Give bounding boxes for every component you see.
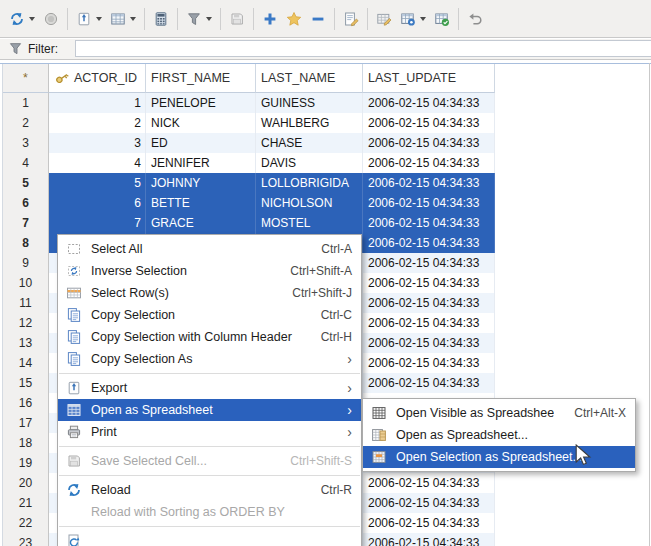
menu-item-open-selection-as-spreadsheet[interactable]: Open Selection as Spreadsheet...: [363, 446, 635, 468]
row-number-cell[interactable]: 7: [3, 213, 49, 233]
cell-first-name[interactable]: BETTE: [146, 193, 256, 213]
menu-item-open-as-spreadsheet[interactable]: Open as Spreadsheet›: [58, 399, 361, 421]
cell-last-name[interactable]: LOLLOBRIGIDA: [256, 173, 363, 193]
row-number-cell[interactable]: 3: [3, 133, 49, 153]
edit-document-button[interactable]: [339, 6, 363, 32]
cell-last-update[interactable]: 2006-02-15 04:34:33: [363, 213, 495, 233]
cell-last-update[interactable]: 2006-02-15 04:34:33: [363, 173, 495, 193]
cell-last-update[interactable]: 2006-02-15 04:34:33: [363, 93, 495, 113]
cell-last-name[interactable]: NICHOLSON: [256, 193, 363, 213]
column-header-first-name[interactable]: FIRST_NAME: [146, 64, 256, 93]
menu-item-copy-selection[interactable]: Copy SelectionCtrl-C: [58, 304, 361, 326]
cell-last-update[interactable]: 2006-02-15 04:34:33: [363, 133, 495, 153]
column-header-last-update[interactable]: LAST_UPDATE: [363, 64, 495, 93]
row-number-cell[interactable]: 20: [3, 473, 49, 493]
cell-last-update[interactable]: 2006-02-15 04:34:33: [363, 233, 495, 253]
menu-item-open-visible-as-spreadsheet[interactable]: Open Visible as Spreadsheet...Ctrl+Alt-X: [363, 402, 635, 424]
row-number-cell[interactable]: 22: [3, 513, 49, 533]
row-number-cell[interactable]: 4: [3, 153, 49, 173]
cell-last-name[interactable]: CHASE: [256, 133, 363, 153]
row-number-cell[interactable]: 12: [3, 313, 49, 333]
cell-first-name[interactable]: GRACE: [146, 213, 256, 233]
row-number-cell[interactable]: 15: [3, 373, 49, 393]
cell-last-update[interactable]: 2006-02-15 04:34:33: [363, 253, 495, 273]
row-number-cell[interactable]: 21: [3, 493, 49, 513]
menu-item-print[interactable]: Print›: [58, 421, 361, 443]
cell-last-update[interactable]: 2006-02-15 04:34:33: [363, 533, 495, 546]
cell-last-update[interactable]: 2006-02-15 04:34:33: [363, 513, 495, 533]
row-number-cell[interactable]: 1: [3, 93, 49, 113]
filters-button[interactable]: [182, 6, 216, 32]
grid-settings-button[interactable]: [396, 6, 430, 32]
menu-item-open-as-spreadsheet[interactable]: Open as Spreadsheet...: [363, 424, 635, 446]
cell-last-name[interactable]: DAVIS: [256, 153, 363, 173]
row-number-cell[interactable]: 14: [3, 353, 49, 373]
cell-last-update[interactable]: 2006-02-15 04:34:33: [363, 493, 495, 513]
row-number-cell[interactable]: 16: [3, 393, 49, 413]
cell-actor-id[interactable]: 1: [49, 93, 146, 113]
row-number-cell[interactable]: 5: [3, 173, 49, 193]
add-row-button[interactable]: [258, 6, 282, 32]
cell-last-update[interactable]: 2006-02-15 04:34:33: [363, 113, 495, 133]
menu-item-select-all[interactable]: Select AllCtrl-A: [58, 238, 361, 260]
favorite-button[interactable]: [282, 6, 306, 32]
cell-last-name[interactable]: MOSTEL: [256, 213, 363, 233]
calculate-button[interactable]: [149, 6, 173, 32]
dropdown-caret-icon[interactable]: [130, 17, 136, 21]
cell-last-update[interactable]: 2006-02-15 04:34:33: [363, 153, 495, 173]
grid-view-button[interactable]: [106, 6, 140, 32]
row-number-cell[interactable]: 18: [3, 433, 49, 453]
row-number-cell[interactable]: 6: [3, 193, 49, 213]
menu-item-copy-selection-with-column-header[interactable]: Copy Selection with Column HeaderCtrl-H: [58, 326, 361, 348]
row-number-cell[interactable]: 9: [3, 253, 49, 273]
cell-last-update[interactable]: 2006-02-15 04:34:33: [363, 273, 495, 293]
row-number-cell[interactable]: 2: [3, 113, 49, 133]
cell-last-update[interactable]: 2006-02-15 04:34:33: [363, 373, 495, 393]
cell-last-update[interactable]: 2006-02-15 04:34:33: [363, 473, 495, 493]
filter-input[interactable]: [75, 40, 651, 57]
row-number-cell[interactable]: 19: [3, 453, 49, 473]
cell-first-name[interactable]: JOHNNY: [146, 173, 256, 193]
cell-first-name[interactable]: JENNIFER: [146, 153, 256, 173]
menu-item-select-row-s[interactable]: Select Row(s)Ctrl+Shift-J: [58, 282, 361, 304]
export-data-button[interactable]: [72, 6, 106, 32]
cell-actor-id[interactable]: 3: [49, 133, 146, 153]
row-number-cell[interactable]: 17: [3, 413, 49, 433]
row-number-cell[interactable]: 8: [3, 233, 49, 253]
grid-confirm-button[interactable]: [430, 6, 454, 32]
column-header-last-name[interactable]: LAST_NAME: [256, 64, 363, 93]
cell-last-update[interactable]: 2006-02-15 04:34:33: [363, 353, 495, 373]
cell-actor-id[interactable]: 6: [49, 193, 146, 213]
undo-button[interactable]: [463, 6, 487, 32]
row-number-cell[interactable]: 10: [3, 273, 49, 293]
cell-last-update[interactable]: 2006-02-15 04:34:33: [363, 293, 495, 313]
cell-first-name[interactable]: PENELOPE: [146, 93, 256, 113]
refresh-button[interactable]: [5, 6, 39, 32]
dropdown-caret-icon[interactable]: [29, 17, 35, 21]
menu-item-reload[interactable]: ReloadCtrl-R: [58, 479, 361, 501]
cell-last-update[interactable]: 2006-02-15 04:34:33: [363, 333, 495, 353]
row-number-cell[interactable]: 11: [3, 293, 49, 313]
dropdown-caret-icon[interactable]: [206, 17, 212, 21]
column-header-rownum[interactable]: *: [3, 64, 49, 93]
menu-item-export[interactable]: Export›: [58, 377, 361, 399]
cell-last-name[interactable]: GUINESS: [256, 93, 363, 113]
cell-actor-id[interactable]: 4: [49, 153, 146, 173]
row-number-cell[interactable]: 23: [3, 533, 49, 546]
cell-last-update[interactable]: 2006-02-15 04:34:33: [363, 193, 495, 213]
dropdown-caret-icon[interactable]: [96, 17, 102, 21]
menu-item-inverse-selection[interactable]: Inverse SelectionCtrl+Shift-A: [58, 260, 361, 282]
cell-actor-id[interactable]: 7: [49, 213, 146, 233]
cell-actor-id[interactable]: 5: [49, 173, 146, 193]
cell-actor-id[interactable]: 2: [49, 113, 146, 133]
dropdown-caret-icon[interactable]: [420, 17, 426, 21]
cell-first-name[interactable]: NICK: [146, 113, 256, 133]
row-number-cell[interactable]: 13: [3, 333, 49, 353]
cell-first-name[interactable]: ED: [146, 133, 256, 153]
menu-item-partial[interactable]: [58, 530, 361, 546]
column-header-actor-id[interactable]: ACTOR_ID: [49, 64, 146, 93]
delete-row-button[interactable]: [306, 6, 330, 32]
cell-last-name[interactable]: WAHLBERG: [256, 113, 363, 133]
cell-last-update[interactable]: 2006-02-15 04:34:33: [363, 313, 495, 333]
menu-item-copy-selection-as[interactable]: Copy Selection As›: [58, 348, 361, 370]
